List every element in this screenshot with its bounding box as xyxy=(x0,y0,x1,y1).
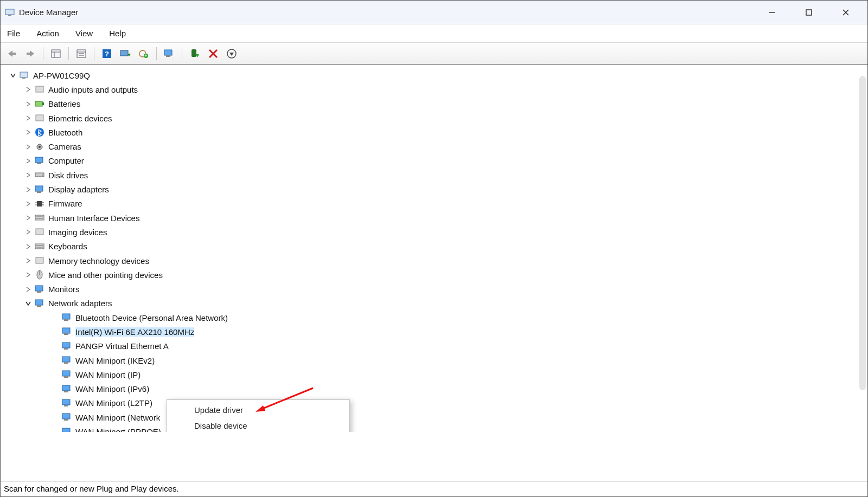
svg-rect-3 xyxy=(806,10,812,15)
tree-category[interactable]: Human Interface Devices xyxy=(6,211,857,225)
expand-chevron-icon[interactable] xyxy=(24,100,32,108)
menu-help[interactable]: Help xyxy=(107,27,128,40)
expand-chevron-icon[interactable] xyxy=(24,114,32,122)
expand-chevron-icon[interactable] xyxy=(24,257,32,264)
tree-category[interactable]: Mice and other pointing devices xyxy=(6,268,857,282)
window-title: Device Manager xyxy=(19,8,78,17)
tree-item-label: WAN Miniport (Network xyxy=(75,413,160,422)
vertical-scrollbar[interactable] xyxy=(859,76,866,390)
properties-button[interactable] xyxy=(73,46,90,61)
tree-category[interactable]: Audio inputs and outputs xyxy=(6,82,857,96)
enable-device-button[interactable] xyxy=(187,46,203,61)
tree-item-label: Intel(R) Wi-Fi 6E AX210 160MHz xyxy=(75,327,194,337)
expand-chevron-icon[interactable] xyxy=(24,143,32,151)
svg-rect-34 xyxy=(36,86,43,92)
nic-icon xyxy=(61,341,72,352)
expand-chevron-icon[interactable] xyxy=(24,286,32,293)
tree-category[interactable]: Display adapters xyxy=(6,182,857,196)
update-driver-button[interactable] xyxy=(161,46,177,61)
expand-chevron-icon[interactable] xyxy=(24,86,32,93)
tree-device[interactable]: Bluetooth Device (Personal Area Network) xyxy=(6,311,857,325)
disable-device-button[interactable] xyxy=(205,46,221,61)
expand-chevron-icon[interactable] xyxy=(24,186,32,193)
tree-device[interactable]: WAN Miniport (IPv6) xyxy=(6,382,857,396)
tree-category[interactable]: Batteries xyxy=(6,97,857,111)
expand-chevron-icon[interactable] xyxy=(24,157,32,165)
context-menu: Update driver Disable device Uninstall d… xyxy=(167,399,350,432)
maximize-button[interactable] xyxy=(797,4,821,21)
expand-chevron-icon[interactable] xyxy=(24,271,32,279)
expand-chevron-icon[interactable] xyxy=(24,300,32,307)
svg-rect-45 xyxy=(35,186,43,191)
tree-category[interactable]: Disk drives xyxy=(6,168,857,182)
close-button[interactable] xyxy=(834,4,858,21)
tree-category[interactable]: Network adapters xyxy=(6,296,857,311)
tree-device[interactable]: WAN Miniport (IKEv2) xyxy=(6,353,857,367)
tree-device[interactable]: Intel(R) Wi-Fi 6E AX210 160MHz xyxy=(6,325,857,339)
tree-category[interactable]: Cameras xyxy=(6,139,857,153)
menu-view[interactable]: View xyxy=(73,27,95,40)
tree-root[interactable]: AP-PW01C99Q xyxy=(6,68,857,82)
svg-rect-63 xyxy=(37,291,41,293)
tree-device[interactable]: PANGP Virtual Ethernet A xyxy=(6,339,857,353)
svg-rect-25 xyxy=(166,55,170,57)
nic-icon xyxy=(61,326,72,337)
scan-hardware-button[interactable] xyxy=(117,46,133,61)
device-tree[interactable]: AP-PW01C99QAudio inputs and outputsBatte… xyxy=(6,68,857,432)
tree-category[interactable]: Biometric devices xyxy=(6,111,857,125)
expand-chevron-icon[interactable] xyxy=(24,171,32,179)
help-button[interactable]: ? xyxy=(99,46,115,61)
toolbar-separator xyxy=(43,47,43,60)
svg-rect-71 xyxy=(64,348,68,350)
expand-chevron-icon[interactable] xyxy=(24,200,32,208)
expand-chevron-icon[interactable] xyxy=(24,243,32,250)
tree-category[interactable]: Firmware xyxy=(6,197,857,211)
context-disable-device[interactable]: Disable device xyxy=(167,418,349,432)
tree-device[interactable]: WAN Miniport (L2TP) xyxy=(6,396,857,410)
network-icon xyxy=(34,298,45,309)
forward-button[interactable] xyxy=(22,46,39,61)
tree-device[interactable]: WAN Miniport (Network xyxy=(6,410,857,424)
tree-category[interactable]: Memory technology devices xyxy=(6,254,857,268)
tree-category[interactable]: Imaging devices xyxy=(6,225,857,239)
nic-icon xyxy=(61,427,72,432)
uninstall-button[interactable] xyxy=(224,46,240,61)
expand-chevron-icon[interactable] xyxy=(24,228,32,236)
tree-item-label: Display adapters xyxy=(48,185,109,194)
monitor2-icon xyxy=(34,284,45,295)
tree-item-label: WAN Miniport (PPPOE) xyxy=(75,427,161,432)
chevron-placeholder xyxy=(52,357,59,364)
tree-device[interactable]: WAN Miniport (IP) xyxy=(6,367,857,382)
tree-category[interactable]: Bluetooth xyxy=(6,125,857,139)
add-legacy-hardware-button[interactable]: + xyxy=(136,46,152,61)
chevron-placeholder xyxy=(52,371,59,378)
menu-action[interactable]: Action xyxy=(34,27,61,40)
nic-icon xyxy=(61,384,72,395)
tree-category[interactable]: Computer xyxy=(6,154,857,168)
tree-item-label: Memory technology devices xyxy=(48,256,149,266)
tree-category[interactable]: Keyboards xyxy=(6,240,857,254)
tree-item-label: Bluetooth xyxy=(48,128,82,137)
expand-chevron-icon[interactable] xyxy=(9,72,17,79)
minimize-button[interactable] xyxy=(760,4,784,21)
tree-item-label: WAN Miniport (IP) xyxy=(75,370,141,379)
tree-item-label: Batteries xyxy=(48,99,80,108)
svg-rect-77 xyxy=(64,391,68,392)
tree-item-label: WAN Miniport (IKEv2) xyxy=(75,356,155,365)
svg-marker-6 xyxy=(8,50,12,57)
expand-chevron-icon[interactable] xyxy=(24,128,32,136)
tree-item-label: Bluetooth Device (Personal Area Network) xyxy=(75,313,228,322)
tree-category[interactable]: Monitors xyxy=(6,282,857,296)
menu-file[interactable]: File xyxy=(5,27,22,40)
toolbar-separator xyxy=(182,47,182,60)
tree-item-label: Cameras xyxy=(48,142,81,151)
tree-item-label: Monitors xyxy=(48,285,80,294)
svg-rect-52 xyxy=(35,215,44,220)
tree-device[interactable]: WAN Miniport (PPPOE) xyxy=(6,424,857,432)
back-button[interactable] xyxy=(4,46,20,61)
svg-rect-26 xyxy=(192,49,196,57)
context-update-driver[interactable]: Update driver xyxy=(167,402,349,418)
expand-chevron-icon[interactable] xyxy=(24,214,32,222)
show-hide-tree-button[interactable] xyxy=(48,46,64,61)
svg-rect-37 xyxy=(36,115,43,121)
